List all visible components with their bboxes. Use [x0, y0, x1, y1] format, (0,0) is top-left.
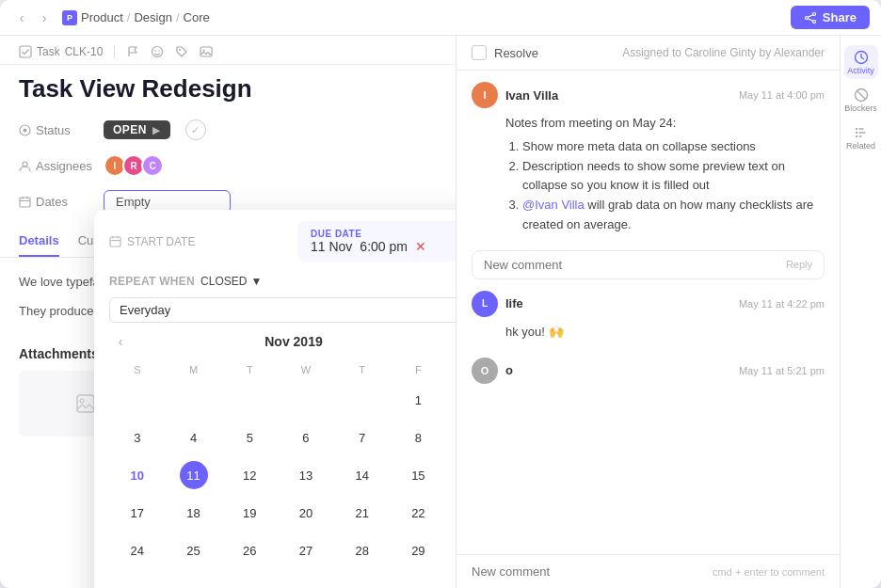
repeat-when-dropdown[interactable]: CLOSED ▼ — [200, 275, 262, 288]
day-header-tue: T — [221, 362, 278, 381]
comment-2: L life May 11 at 4:22 pm hk you! 🙌 — [472, 291, 825, 342]
day-header-mon: M — [166, 362, 222, 381]
day-23[interactable]: 23 — [446, 494, 457, 532]
share-button[interactable]: Share — [791, 6, 870, 29]
flag-icon[interactable] — [126, 45, 139, 58]
task-toolbar: Task CLK-10 — [0, 36, 456, 65]
sidebar-icon-blockers[interactable]: Blockers — [844, 83, 878, 117]
title-bar: ‹ › P Product / Design / Core Share — [0, 0, 881, 36]
day-26[interactable]: 26 — [221, 532, 278, 569]
app-icon: P — [62, 10, 77, 25]
start-date-section[interactable]: START DATE — [109, 235, 288, 248]
dates-label: Dates — [19, 195, 94, 209]
day-15[interactable]: 15 — [391, 456, 447, 494]
day-4[interactable]: 4 — [166, 419, 222, 456]
day-2[interactable]: 2 — [446, 381, 457, 419]
svg-point-7 — [155, 50, 156, 51]
day-16[interactable]: 16 — [446, 456, 457, 494]
svg-point-0 — [812, 12, 815, 15]
calendar-body: 1 2 3 4 5 6 7 8 9 — [109, 381, 457, 588]
activity-label: Activity — [847, 66, 874, 75]
svg-point-14 — [23, 162, 27, 167]
table-row: 31 — [109, 569, 457, 588]
day-3[interactable]: 3 — [109, 419, 166, 456]
day-13[interactable]: 13 — [278, 456, 334, 494]
right-content: Resolve Assigned to Caroline Ginty by Al… — [457, 36, 881, 588]
sidebar-icon-activity[interactable]: Activity — [844, 45, 878, 79]
breadcrumb-core[interactable]: Core — [184, 10, 210, 24]
day-8[interactable]: 8 — [391, 419, 447, 456]
day-7[interactable]: 7 — [334, 419, 391, 456]
svg-point-8 — [159, 50, 160, 51]
day-24[interactable]: 24 — [109, 532, 166, 569]
status-check[interactable]: ✓ — [185, 119, 206, 140]
calendar-nav: ‹ Nov 2019 › — [109, 330, 457, 353]
inline-comment-box[interactable]: Reply — [472, 250, 825, 279]
avatar: O — [472, 358, 498, 384]
back-button[interactable]: ‹ — [11, 8, 32, 28]
today-button[interactable] — [456, 332, 457, 351]
day-31[interactable]: 31 — [446, 569, 457, 588]
new-comment-input[interactable] — [472, 564, 703, 579]
calendar-grid: S M T W T F S — [109, 362, 457, 588]
day-25[interactable]: 25 — [166, 532, 222, 569]
day-21[interactable]: 21 — [334, 494, 391, 532]
day-10[interactable]: 10 — [109, 456, 166, 494]
day-20[interactable]: 20 — [278, 494, 334, 532]
task-icon — [19, 45, 32, 58]
day-14[interactable]: 14 — [334, 456, 391, 494]
status-badge[interactable]: OPEN ▶ — [104, 120, 170, 139]
day-27[interactable]: 27 — [278, 532, 334, 569]
avatar: L — [472, 291, 498, 317]
comment-shortcut: cmd + enter to comment — [713, 566, 825, 578]
frequency-dropdown[interactable]: Everyday ▼ — [109, 297, 457, 323]
due-date-close-button[interactable]: ✕ — [415, 239, 426, 254]
day-22[interactable]: 22 — [391, 494, 447, 532]
breadcrumb: P Product / Design / Core — [62, 10, 210, 25]
calendar-header-row: START DATE DUE DATE 11 Nov 6:00 pm ✕ — [94, 210, 457, 269]
breadcrumb-design[interactable]: Design — [134, 10, 171, 24]
day-18[interactable]: 18 — [166, 494, 222, 532]
comment-1: I Ivan Villa May 11 at 4:00 pm Notes fro… — [472, 82, 825, 235]
breadcrumb-product[interactable]: Product — [81, 10, 123, 24]
assignees-avatars: I R C — [104, 154, 160, 177]
day-12[interactable]: 12 — [221, 456, 278, 494]
svg-point-13 — [24, 128, 27, 132]
day-30[interactable]: 30 — [446, 532, 457, 569]
assignees-label: Assignees — [19, 159, 94, 173]
comment-3: O o May 11 at 5:21 pm — [472, 358, 825, 384]
resolve-label[interactable]: Resolve — [494, 46, 615, 60]
reply-label[interactable]: Reply — [786, 259, 812, 270]
day-11[interactable]: 11 — [166, 456, 222, 494]
svg-rect-33 — [856, 132, 857, 134]
tab-details[interactable]: Details — [19, 233, 59, 257]
resolve-checkbox[interactable] — [472, 45, 487, 60]
svg-line-4 — [808, 18, 812, 21]
svg-rect-15 — [20, 198, 30, 207]
image-icon[interactable] — [200, 45, 213, 58]
due-date-value: 11 Nov 6:00 pm ✕ — [311, 239, 457, 254]
day-9[interactable]: 9 — [446, 419, 457, 456]
day-17[interactable]: 17 — [109, 494, 166, 532]
table-row: 17 18 19 20 21 22 23 — [109, 494, 457, 532]
new-comment-bar: cmd + enter to comment — [457, 554, 840, 588]
emoji-icon[interactable] — [151, 45, 164, 58]
forward-button[interactable]: › — [34, 8, 55, 28]
table-row: 24 25 26 27 28 29 30 — [109, 532, 457, 569]
sidebar-icon-related[interactable]: Related — [844, 120, 878, 154]
assigned-text: Assigned to Caroline Ginty by Alexander — [622, 46, 825, 59]
day-6[interactable]: 6 — [278, 419, 334, 456]
blockers-label: Blockers — [844, 103, 877, 113]
inline-comment-input[interactable] — [484, 258, 786, 272]
due-date-section[interactable]: DUE DATE 11 Nov 6:00 pm ✕ — [297, 221, 457, 262]
day-19[interactable]: 19 — [221, 494, 278, 532]
prev-month-button[interactable]: ‹ — [109, 330, 132, 353]
comment-author: Ivan Villa — [505, 88, 731, 103]
day-28[interactable]: 28 — [334, 532, 391, 569]
calendar-popup: START DATE DUE DATE 11 Nov 6:00 pm ✕ REP… — [94, 210, 457, 588]
tag-icon[interactable] — [175, 45, 188, 58]
day-5[interactable]: 5 — [221, 419, 278, 456]
day-1[interactable]: 1 — [391, 381, 447, 419]
comments-area: I Ivan Villa May 11 at 4:00 pm Notes fro… — [457, 71, 840, 554]
day-29[interactable]: 29 — [391, 532, 447, 569]
